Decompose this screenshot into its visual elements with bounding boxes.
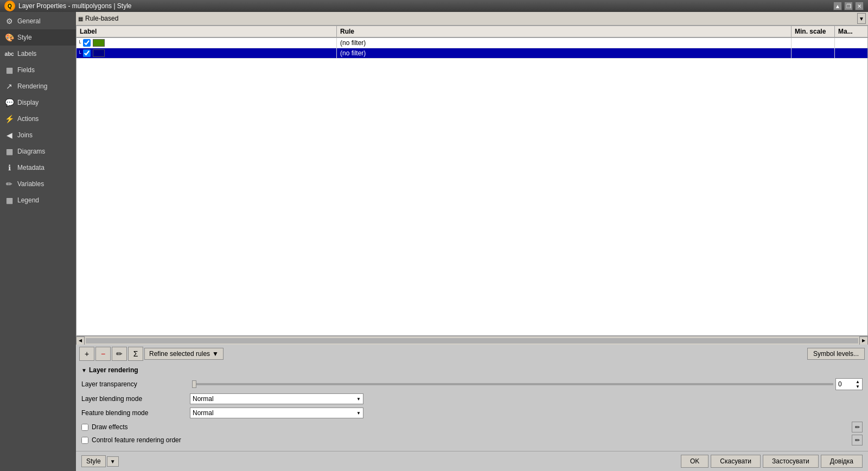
row1-minscale <box>792 38 835 48</box>
apply-button[interactable]: Застосувати <box>763 455 819 468</box>
row2-tree-connector: └ <box>78 50 81 56</box>
table-row[interactable]: └ (no filter) <box>76 48 867 59</box>
symbol-levels-button[interactable]: Symbol levels... <box>807 348 865 360</box>
sigma-button[interactable]: Σ <box>128 347 143 361</box>
style-type-dropdown-btn[interactable]: ▼ <box>857 13 866 24</box>
transparency-spinbox[interactable]: 0 ▲ ▼ <box>835 378 863 390</box>
row1-label: └ <box>76 38 337 48</box>
scroll-left-btn[interactable]: ◀ <box>76 336 85 345</box>
joins-icon: ◀ <box>4 130 14 140</box>
sidebar-item-joins[interactable]: ◀ Joins <box>0 127 76 143</box>
feature-blending-combo[interactable]: Normal ▼ <box>190 408 363 418</box>
app-logo: Q <box>4 1 15 11</box>
blending-mode-combo[interactable]: Normal ▼ <box>190 393 363 404</box>
transparency-slider[interactable] <box>192 383 833 385</box>
fields-icon: ▦ <box>4 65 14 75</box>
close-btn[interactable]: ✕ <box>855 2 864 10</box>
refine-label: Refine selected rules <box>149 350 210 358</box>
draw-effects-edit-btn[interactable]: ✏ <box>852 422 863 432</box>
sidebar-item-metadata[interactable]: ℹ Metadata <box>0 160 76 176</box>
layer-rendering-header[interactable]: ▼ Layer rendering <box>81 366 863 374</box>
sidebar-label-labels: Labels <box>17 50 36 58</box>
col-minscale-header: Min. scale <box>792 26 835 37</box>
style-dropdown-btn[interactable]: ▼ <box>107 456 119 467</box>
spin-arrows: ▲ ▼ <box>856 379 860 389</box>
draw-effects-checkbox[interactable] <box>81 424 88 431</box>
rendering-icon: ↗ <box>4 81 14 91</box>
slider-handle[interactable] <box>192 380 196 388</box>
sidebar-label-style: Style <box>17 34 32 41</box>
sidebar-item-display[interactable]: 💬 Display <box>0 94 76 111</box>
sidebar-item-diagrams[interactable]: ▦ Diagrams <box>0 143 76 160</box>
row2-label: └ <box>76 48 337 58</box>
add-icon: + <box>85 349 89 358</box>
control-order-edit-btn[interactable]: ✏ <box>852 435 863 445</box>
cancel-button[interactable]: Скасувати <box>711 455 761 468</box>
general-icon: ⚙ <box>4 16 14 26</box>
help-button[interactable]: Довідка <box>821 455 863 468</box>
labels-icon: abc <box>4 49 14 59</box>
spin-down-icon[interactable]: ▼ <box>856 384 860 389</box>
control-order-label: Control feature rendering order <box>92 436 181 444</box>
layer-rendering-section: ▼ Layer rendering Layer transparency 0 ▲… <box>76 363 868 451</box>
toolbar-left: + − ✏ Σ Refine selected rules ▼ <box>79 347 224 361</box>
bottom-buttons: OK Скасувати Застосувати Довідка <box>681 455 863 468</box>
actions-icon: ⚡ <box>4 114 14 124</box>
section-label: Layer rendering <box>89 366 138 374</box>
style-type-icon: ▦ <box>78 16 83 22</box>
scroll-track[interactable] <box>86 338 858 343</box>
refine-selected-rules-button[interactable]: Refine selected rules ▼ <box>144 348 224 360</box>
row1-tree-connector: └ <box>78 40 81 46</box>
spin-up-icon[interactable]: ▲ <box>856 379 860 384</box>
style-icon: 🎨 <box>4 33 14 42</box>
sidebar-item-legend[interactable]: ▦ Legend <box>0 192 76 208</box>
rules-table-container: Label Rule Min. scale Ma... └ <box>76 26 868 336</box>
remove-rule-button[interactable]: − <box>95 347 111 361</box>
minimize-btn[interactable]: ▲ <box>833 2 842 10</box>
sidebar-label-display: Display <box>17 99 39 106</box>
maximize-btn[interactable]: ❐ <box>844 2 853 10</box>
style-button[interactable]: Style <box>81 455 106 467</box>
style-type-label: Rule-based <box>85 15 855 22</box>
sidebar-item-actions[interactable]: ⚡ Actions <box>0 111 76 127</box>
add-rule-button[interactable]: + <box>79 347 94 361</box>
table-row[interactable]: └ (no filter) <box>76 38 867 48</box>
toolbar-row: + − ✏ Σ Refine selected rules ▼ Symbol l… <box>76 345 868 363</box>
control-order-checkbox[interactable] <box>81 437 88 444</box>
sidebar-item-labels[interactable]: abc Labels <box>0 46 76 62</box>
edit-rule-button[interactable]: ✏ <box>112 347 127 361</box>
row2-checkbox[interactable] <box>83 49 91 57</box>
section-collapse-icon: ▼ <box>81 367 87 373</box>
row1-checkbox[interactable] <box>83 39 91 47</box>
window-title: Layer Properties - multipolygons | Style <box>18 2 132 10</box>
sidebar-item-general[interactable]: ⚙ General <box>0 13 76 29</box>
sigma-icon: Σ <box>133 349 138 358</box>
sidebar-item-fields[interactable]: ▦ Fields <box>0 62 76 78</box>
ok-button[interactable]: OK <box>681 455 709 468</box>
blending-mode-row: Layer blending mode Normal ▼ <box>81 393 863 404</box>
sidebar-item-rendering[interactable]: ↗ Rendering <box>0 78 76 94</box>
draw-effects-label: Draw effects <box>92 423 127 431</box>
col-maxscale-header: Ma... <box>835 26 867 37</box>
sidebar-label-general: General <box>17 17 41 25</box>
metadata-icon: ℹ <box>4 163 14 173</box>
rules-table-header: Label Rule Min. scale Ma... <box>76 26 867 38</box>
sidebar-label-actions: Actions <box>17 115 39 123</box>
variables-icon: ✏ <box>4 179 14 189</box>
diagrams-icon: ▦ <box>4 147 14 156</box>
style-type-row: ▦ Rule-based ▼ <box>76 12 868 26</box>
bottom-bar: Style ▼ OK Скасувати Застосувати Довідка <box>76 451 868 471</box>
row1-rule: (no filter) <box>337 38 792 48</box>
sidebar-label-rendering: Rendering <box>17 82 47 90</box>
window-controls: ▲ ❐ ✕ <box>833 2 864 10</box>
feature-blending-row: Feature blending mode Normal ▼ <box>81 408 863 418</box>
sidebar-item-variables[interactable]: ✏ Variables <box>0 176 76 192</box>
scroll-right-btn[interactable]: ▶ <box>859 336 868 345</box>
row2-minscale <box>792 48 835 58</box>
sidebar-label-fields: Fields <box>17 66 35 74</box>
row1-maxscale <box>835 38 867 48</box>
style-combo: Style ▼ <box>81 455 119 467</box>
horizontal-scrollbar[interactable]: ◀ ▶ <box>76 336 868 345</box>
sidebar-item-style[interactable]: 🎨 Style <box>0 29 76 46</box>
sidebar-label-variables: Variables <box>17 180 44 188</box>
